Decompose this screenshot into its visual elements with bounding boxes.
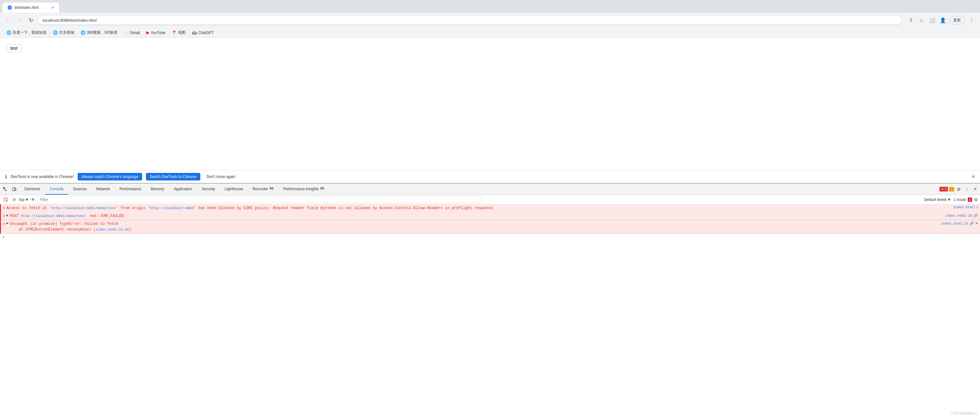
- tab-security[interactable]: Security: [197, 184, 220, 195]
- console-settings-button[interactable]: ⚙: [974, 197, 978, 202]
- devtools-panel: Elements Console Sources Network Perform…: [0, 183, 980, 241]
- bookmark-button[interactable]: ☆: [917, 16, 926, 25]
- error-count: 3: [945, 187, 947, 191]
- bookmark-chatgpt[interactable]: 🤖 ChatGPT: [189, 29, 216, 36]
- post-link[interactable]: http://localhost:8081/demo/test: [21, 214, 86, 218]
- update-button[interactable]: 更新: [949, 16, 965, 25]
- bookmark-chatgpt-label: ChatGPT: [198, 30, 214, 35]
- tab-network[interactable]: Network: [92, 184, 115, 195]
- device-toggle-button[interactable]: [10, 185, 18, 193]
- bookmark-maps-label: 地图: [178, 30, 186, 35]
- error-badge: ✕ 3: [939, 187, 948, 192]
- bookmark-baidu[interactable]: 🌐 百度一下，我就知道: [4, 29, 49, 36]
- tab-recorder[interactable]: Recorder 🏁: [248, 184, 278, 195]
- console-filter-toggle[interactable]: ⊘: [11, 197, 17, 203]
- bookmark-jd-label: 京东商城: [59, 30, 74, 35]
- forward-button[interactable]: →: [15, 16, 24, 25]
- bookmark-youtube[interactable]: ▶ YouTube: [144, 29, 168, 36]
- stack-trace-link[interactable]: index.html:15:30: [96, 228, 129, 232]
- more-button[interactable]: ⋮: [967, 16, 976, 24]
- tab-performance[interactable]: Performance: [115, 184, 146, 195]
- console-source-3[interactable]: index.html:15: [941, 222, 968, 225]
- console-row-right-3: index.html:15 🔗 ✕: [941, 221, 978, 226]
- back-button[interactable]: ←: [4, 16, 13, 25]
- console-prompt: >: [3, 235, 5, 240]
- tab-lighthouse[interactable]: Lighthouse: [220, 184, 248, 195]
- svg-rect-1: [13, 188, 15, 191]
- context-chevron-icon: ▼: [25, 198, 29, 202]
- bookmark-maps[interactable]: 📍 地图: [169, 29, 188, 36]
- browser-chrome: t test/index.html × ← → ↻ ⇧ ☆ ⬜ 👤 更新 ⋮ 🌐…: [0, 0, 980, 38]
- tab-sources[interactable]: Sources: [68, 184, 91, 195]
- test-button[interactable]: test: [6, 44, 22, 52]
- console-input-row: >: [0, 234, 980, 241]
- info-icon: ℹ: [5, 174, 7, 180]
- tab-application[interactable]: Application: [169, 184, 197, 195]
- dont-show-again-button[interactable]: Don't show again: [204, 173, 238, 181]
- console-source-1[interactable]: index.html:1: [953, 205, 978, 209]
- cors-error-link[interactable]: http://localhost:8081/demo/test: [52, 206, 116, 210]
- issue-badge: 1 Issue: 1: [954, 198, 972, 202]
- origin-link[interactable]: http://localhost:8080: [150, 206, 194, 210]
- context-label: top: [19, 198, 24, 202]
- inspect-element-button[interactable]: [1, 185, 10, 193]
- profile-button[interactable]: 👤: [939, 16, 947, 25]
- bookmark-gmail[interactable]: ✉️ Gmail: [121, 29, 142, 36]
- always-match-language-button[interactable]: Always match Chrome's language: [78, 173, 142, 181]
- chatgpt-icon: 🤖: [192, 30, 197, 35]
- share-button[interactable]: ⇧: [907, 16, 915, 25]
- devtools-toolbar: Elements Console Sources Network Perform…: [0, 184, 980, 195]
- reading-mode-button[interactable]: ⬜: [928, 16, 937, 25]
- address-input[interactable]: [38, 16, 901, 25]
- warn-count: 1: [951, 187, 953, 191]
- expand-arrow-3[interactable]: ▶: [6, 221, 8, 225]
- console-input[interactable]: [6, 235, 977, 240]
- console-error-row-2: ✕ ▶ POST http://localhost:8081/demo/test…: [0, 212, 980, 220]
- tab-favicon: t: [8, 5, 12, 10]
- error-x-icon: ✕: [941, 187, 944, 191]
- console-content: ✕ Access to fetch at 'http://localhost:8…: [0, 205, 980, 241]
- bookmark-360[interactable]: 🌐 360搜索，SO靠谱: [78, 29, 120, 36]
- bookmark-360-label: 360搜索，SO靠谱: [87, 30, 117, 35]
- bookmark-jd[interactable]: 🌐 京东商城: [50, 29, 77, 36]
- devtools-notification: ℹ DevTools is now available in Chinese! …: [0, 170, 980, 183]
- context-selector[interactable]: top ▼: [19, 198, 29, 202]
- warn-badge: 1: [949, 187, 954, 192]
- 360-icon: 🌐: [81, 30, 86, 35]
- devtools-icons-left: [1, 185, 18, 193]
- console-filter-input[interactable]: [37, 197, 481, 203]
- devtools-close-button[interactable]: ×: [972, 185, 979, 193]
- level-selector[interactable]: Default levels ▼: [923, 197, 952, 203]
- clear-console-button[interactable]: 🚫: [2, 197, 10, 203]
- active-tab[interactable]: t test/index.html ×: [3, 3, 59, 13]
- error-icon-2: ✕: [3, 214, 5, 218]
- notification-text: DevTools is now available in Chinese!: [11, 174, 74, 179]
- console-error-text-2: POST http://localhost:8081/demo/test net…: [10, 213, 944, 219]
- tab-elements[interactable]: Elements: [20, 184, 45, 195]
- tab-performance-insights[interactable]: Performance insights 🏁: [279, 184, 329, 195]
- issue-count: 1: [968, 198, 972, 202]
- tab-close-button[interactable]: ×: [52, 5, 54, 10]
- page-content: test: [0, 38, 980, 170]
- console-eye-button[interactable]: 👁: [31, 197, 35, 202]
- console-error-row-1: ✕ Access to fetch at 'http://localhost:8…: [0, 205, 980, 212]
- console-source-2[interactable]: index.html:15: [945, 214, 972, 217]
- console-toolbar: 🚫 ⊘ top ▼ 👁 Default levels ▼ 1 Issue: 1 …: [0, 195, 980, 205]
- console-row-right-2: index.html:15 🔗: [945, 213, 978, 218]
- console-error-row-3: ✕ ▶ Uncaught (in promise) TypeError: Fai…: [0, 220, 980, 234]
- tab-memory[interactable]: Memory: [146, 184, 169, 195]
- devtools-settings-button[interactable]: ⚙: [956, 185, 962, 193]
- error-icon-1: ✕: [3, 206, 5, 210]
- notification-close-button[interactable]: ×: [972, 174, 975, 180]
- devtools-menu-button[interactable]: ⋮: [963, 185, 970, 193]
- expand-arrow-2[interactable]: ▶: [6, 213, 8, 217]
- bookmark-gmail-label: Gmail: [130, 30, 140, 35]
- youtube-icon: ▶: [146, 30, 150, 35]
- error-dismiss-button[interactable]: ✕: [975, 221, 978, 225]
- tab-title: test/index.html: [14, 5, 49, 10]
- error-icon-3: ✕: [3, 221, 5, 226]
- tab-console[interactable]: Console: [45, 184, 68, 195]
- inline-icon-3: 🔗: [969, 221, 974, 226]
- switch-to-chinese-button[interactable]: Switch DevTools to Chinese: [146, 173, 200, 181]
- reload-button[interactable]: ↻: [26, 16, 35, 25]
